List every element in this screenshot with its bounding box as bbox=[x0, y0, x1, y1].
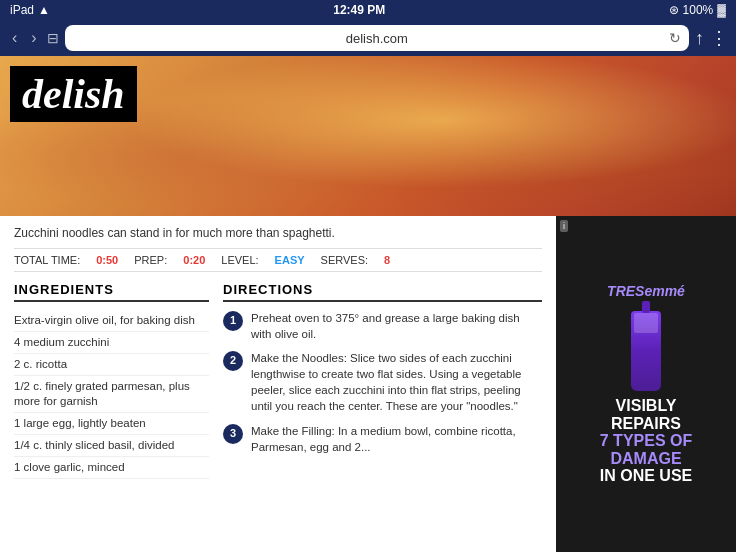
list-item: Extra-virgin olive oil, for baking dish bbox=[14, 310, 209, 332]
forward-button[interactable]: › bbox=[27, 27, 40, 49]
ad-product-image bbox=[631, 311, 661, 391]
status-bar: iPad ▲ 12:49 PM ⊛ 100% ▓ bbox=[0, 0, 736, 20]
directions-column: DIRECTIONS 1 Preheat oven to 375° and gr… bbox=[223, 282, 542, 479]
wifi-signal-icon: ⊛ bbox=[669, 3, 679, 17]
directions-title: DIRECTIONS bbox=[223, 282, 542, 302]
total-time-value: 0:50 bbox=[96, 254, 118, 266]
back-button[interactable]: ‹ bbox=[8, 27, 21, 49]
ad-headline: VISIBLY REPAIRS 7 TYPES OF DAMAGE IN ONE… bbox=[600, 397, 692, 485]
article-description: Zucchini noodles can stand in for much m… bbox=[14, 226, 542, 240]
step-number-3: 3 bbox=[223, 424, 243, 444]
prep-value: 0:20 bbox=[183, 254, 205, 266]
hero-image: delish bbox=[0, 56, 736, 216]
status-right: ⊛ 100% ▓ bbox=[669, 3, 726, 17]
status-time: 12:49 PM bbox=[333, 3, 385, 17]
ad-headline-line3: 7 TYPES OF bbox=[600, 432, 692, 450]
ad-sidebar[interactable]: i TRESemmé VISIBLY REPAIRS 7 TYPES OF DA… bbox=[556, 216, 736, 552]
list-item: 4 medium zucchini bbox=[14, 332, 209, 354]
list-item: 2 c. ricotta bbox=[14, 354, 209, 376]
direction-step-1: 1 Preheat oven to 375° and grease a larg… bbox=[223, 310, 542, 342]
total-time-label: TOTAL TIME: bbox=[14, 254, 80, 266]
list-item: 1/4 c. thinly sliced basil, divided bbox=[14, 435, 209, 457]
list-item: 1 clove garlic, minced bbox=[14, 457, 209, 479]
list-item: 1/2 c. finely grated parmesan, plus more… bbox=[14, 376, 209, 413]
bookmark-button[interactable]: ⊟ bbox=[47, 30, 59, 46]
list-item: 1 large egg, lightly beaten bbox=[14, 413, 209, 435]
ingredients-column: INGREDIENTS Extra-virgin olive oil, for … bbox=[14, 282, 209, 479]
step-number-1: 1 bbox=[223, 311, 243, 331]
site-logo: delish bbox=[10, 66, 137, 122]
content-area: Zucchini noodles can stand in for much m… bbox=[0, 216, 736, 552]
step-text-1: Preheat oven to 375° and grease a large … bbox=[251, 310, 542, 342]
serves-label: SERVES: bbox=[321, 254, 369, 266]
battery-label: 100% bbox=[683, 3, 714, 17]
ad-headline-line2: REPAIRS bbox=[600, 415, 692, 433]
main-content: Zucchini noodles can stand in for much m… bbox=[0, 216, 556, 552]
level-label: LEVEL: bbox=[221, 254, 258, 266]
url-text: delish.com bbox=[346, 31, 408, 46]
step-number-2: 2 bbox=[223, 351, 243, 371]
direction-step-3: 3 Make the Filling: In a medium bowl, co… bbox=[223, 423, 542, 455]
recipe-meta-bar: TOTAL TIME: 0:50 PREP: 0:20 LEVEL: EASY … bbox=[14, 248, 542, 272]
ad-headline-line4: DAMAGE bbox=[600, 450, 692, 468]
more-button[interactable]: ⋮ bbox=[710, 27, 728, 49]
carrier-label: iPad bbox=[10, 3, 34, 17]
ad-brand-name: TRESemmé bbox=[607, 283, 685, 299]
address-bar[interactable]: delish.com ↻ bbox=[65, 25, 689, 51]
ad-headline-line1: VISIBLY bbox=[600, 397, 692, 415]
reload-button[interactable]: ↻ bbox=[669, 30, 681, 46]
status-left: iPad ▲ bbox=[10, 3, 50, 17]
wifi-icon: ▲ bbox=[38, 3, 50, 17]
ad-info-badge[interactable]: i bbox=[560, 220, 568, 232]
battery-icon: ▓ bbox=[717, 3, 726, 17]
two-column-layout: INGREDIENTS Extra-virgin olive oil, for … bbox=[14, 282, 542, 479]
step-text-2: Make the Noodles: Slice two sides of eac… bbox=[251, 350, 542, 414]
ad-headline-line5: IN ONE USE bbox=[600, 467, 692, 485]
serves-value: 8 bbox=[384, 254, 390, 266]
hero-background: delish bbox=[0, 56, 736, 216]
ingredients-title: INGREDIENTS bbox=[14, 282, 209, 302]
browser-chrome: ‹ › ⊟ delish.com ↻ ↑ ⋮ bbox=[0, 20, 736, 56]
step-text-3: Make the Filling: In a medium bowl, comb… bbox=[251, 423, 542, 455]
level-value: EASY bbox=[275, 254, 305, 266]
direction-step-2: 2 Make the Noodles: Slice two sides of e… bbox=[223, 350, 542, 414]
share-button[interactable]: ↑ bbox=[695, 28, 704, 49]
prep-label: PREP: bbox=[134, 254, 167, 266]
